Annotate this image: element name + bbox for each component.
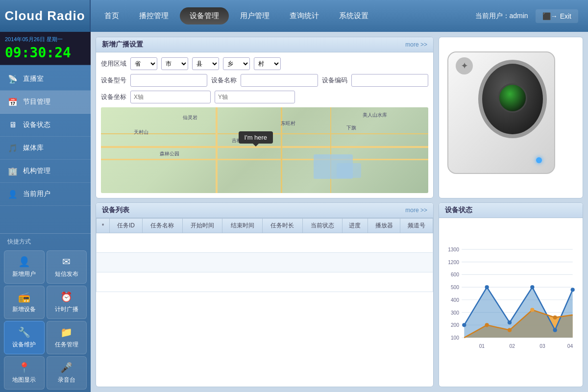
device-status-header: 设备状态 — [439, 203, 583, 218]
shortcut-device-maintenance[interactable]: 🔧 设备维护 — [4, 321, 45, 354]
y-label-1300: 1300 — [448, 247, 459, 252]
device-table-body — [97, 233, 433, 292]
region-village-select[interactable]: 村 — [254, 57, 281, 70]
nav-device-mgmt[interactable]: 设备管理 — [180, 7, 229, 24]
map-label-5: 森林公园 — [160, 150, 179, 157]
y-label-400: 400 — [451, 297, 459, 303]
timer-icon: ⏰ — [60, 291, 73, 303]
col-progress: 进度 — [343, 219, 368, 233]
nav-broadcast[interactable]: 播控管理 — [130, 7, 177, 24]
orange-dot-1 — [485, 323, 489, 327]
broadcast-settings-panel: 新增广播设置 more >> 使用区域 省 市 县 乡 村 设备型号 — [96, 37, 434, 198]
device-info-row: 设备型号 设备名称 设备编码 — [101, 74, 428, 87]
col-player: 播放器 — [368, 219, 400, 233]
program-icon: 📅 — [7, 97, 18, 107]
sidebar-item-user[interactable]: 👤 当前用户 — [0, 183, 91, 206]
device-name-label: 设备名称 — [211, 76, 237, 85]
device-table-container: * 任务ID 任务名称 开始时间 结束时间 任务时长 当前状态 进度 播放器 频… — [96, 218, 433, 387]
x-axis-input[interactable] — [130, 91, 211, 103]
sidebar-item-media[interactable]: 🎵 媒体库 — [0, 137, 91, 160]
dot-4 — [530, 285, 534, 289]
shortcut-sms[interactable]: ✉ 短信发布 — [47, 250, 87, 284]
nav-user-mgmt[interactable]: 用户管理 — [231, 7, 278, 24]
y-label-600: 600 — [451, 272, 459, 277]
exit-button[interactable]: ⬛→ Exit — [536, 9, 578, 23]
map-label-3: 天村山 — [134, 129, 148, 136]
dot-2 — [485, 285, 489, 289]
col-task-name: 任务名称 — [142, 219, 182, 233]
main-layout: 2014年05月26日 星期一 09:30:24 📡 直播室 📅 节目管理 🖥 … — [0, 32, 588, 392]
live-icon: 📡 — [7, 74, 18, 84]
shortcut-recording-label: 录音台 — [58, 376, 75, 384]
status-chart: 1300 1200 600 500 400 300 200 100 — [441, 220, 578, 384]
orange-dot-3 — [530, 308, 534, 312]
table-row-empty-2 — [97, 253, 433, 272]
dot-5 — [553, 328, 557, 332]
shortcut-add-device[interactable]: 📻 新增设备 — [4, 286, 45, 319]
device-code-label: 设备编码 — [322, 76, 347, 85]
user-icon: 👤 — [7, 189, 18, 199]
shortcut-timer-broadcast[interactable]: ⏰ 计时广播 — [47, 286, 87, 319]
device-list-more[interactable]: more >> — [405, 207, 427, 214]
coord-row: 设备坐标 — [101, 91, 428, 103]
sidebar-item-live[interactable]: 📡 直播室 — [0, 68, 91, 91]
broadcast-more-link[interactable]: more >> — [405, 41, 427, 48]
y-label-500: 500 — [451, 285, 459, 290]
sidebar-label-org: 机构管理 — [23, 167, 50, 175]
region-province-select[interactable]: 省 — [130, 57, 157, 70]
sidebar-label-program: 节目管理 — [23, 98, 50, 106]
y-label-200: 200 — [451, 322, 459, 328]
speaker-center — [498, 83, 527, 113]
nav-query[interactable]: 查询统计 — [281, 7, 328, 24]
map-road-h2 — [101, 159, 428, 160]
sidebar-item-device-status[interactable]: 🖥 设备状态 — [0, 114, 91, 137]
shortcut-task-mgmt[interactable]: 📁 任务管理 — [47, 321, 87, 354]
table-row-empty-3 — [97, 272, 433, 292]
map-road-v3 — [330, 107, 331, 193]
device-indicator-light — [536, 157, 542, 163]
logo-area: Cloud Radio — [0, 0, 91, 32]
shortcut-add-user-label: 新增用户 — [12, 270, 36, 278]
shortcut-map[interactable]: 📍 地图显示 — [4, 356, 45, 390]
speaker-body: ✦ — [447, 51, 555, 174]
y-label-1200: 1200 — [448, 260, 459, 265]
orange-dot-4 — [553, 316, 557, 319]
header: Cloud Radio 首页 播控管理 设备管理 用户管理 查询统计 系统设置 … — [0, 0, 588, 32]
map-container[interactable]: 仙灵岩 东旺村 天村山 吉林中学 森林公园 下旗 美人山水库 — [101, 107, 428, 193]
x-label-02: 02 — [509, 343, 515, 349]
x-label-01: 01 — [479, 343, 485, 349]
device-model-label: 设备型号 — [101, 76, 126, 85]
add-device-icon: 📻 — [18, 291, 30, 303]
dot-1 — [462, 323, 466, 327]
coord-label: 设备坐标 — [101, 93, 126, 101]
bottom-section: 设备列表 more >> * 任务ID 任务名称 开始时间 结束时间 任务 — [96, 202, 583, 387]
device-model-input[interactable] — [130, 74, 207, 87]
map-road-h1 — [101, 146, 428, 148]
region-city-select[interactable]: 市 — [161, 57, 188, 70]
region-town-select[interactable]: 乡 — [223, 57, 250, 70]
region-county-select[interactable]: 县 — [192, 57, 219, 70]
col-end-time: 结束时间 — [222, 219, 263, 233]
dot-3 — [508, 320, 512, 324]
device-name-input[interactable] — [241, 74, 318, 87]
content-area: 新增广播设置 more >> 使用区域 省 市 县 乡 村 设备型号 — [91, 32, 588, 392]
shortcut-sms-label: 短信发布 — [55, 270, 78, 278]
sidebar-label-user: 当前用户 — [23, 190, 50, 198]
sidebar-item-org[interactable]: 🏢 机构管理 — [0, 160, 91, 183]
media-icon: 🎵 — [7, 143, 18, 153]
device-image-panel: ✦ — [439, 37, 583, 198]
sidebar-item-program[interactable]: 📅 节目管理 — [0, 91, 91, 114]
shortcut-map-label: 地图显示 — [12, 376, 36, 384]
shortcut-add-user[interactable]: 👤 新增用户 — [4, 250, 45, 284]
add-user-icon: 👤 — [18, 256, 30, 268]
col-start-time: 开始时间 — [182, 219, 222, 233]
shortcut-recording[interactable]: 🎤 录音台 — [47, 356, 87, 390]
logo-text: Cloud Radio — [4, 8, 85, 24]
shortcut-task-label: 任务管理 — [55, 341, 78, 349]
sms-icon: ✉ — [62, 256, 71, 268]
nav-settings[interactable]: 系统设置 — [330, 7, 377, 24]
region-label: 使用区域 — [101, 59, 126, 68]
y-axis-input[interactable] — [215, 91, 295, 103]
nav-home[interactable]: 首页 — [96, 7, 128, 24]
device-code-input[interactable] — [351, 74, 428, 87]
